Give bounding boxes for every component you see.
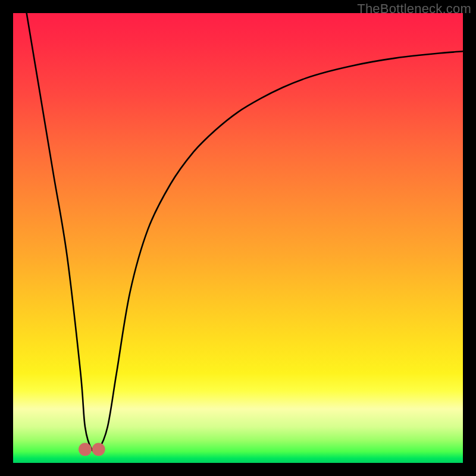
watermark-text: TheBottleneck.com	[357, 1, 471, 17]
chart-svg	[13, 13, 463, 463]
chart-frame: TheBottleneck.com	[0, 0, 476, 476]
marker-dot	[79, 443, 92, 456]
marker-dot	[92, 443, 105, 456]
bottleneck-curve	[27, 13, 463, 452]
curve-path	[27, 13, 463, 452]
plot-area	[13, 13, 463, 463]
